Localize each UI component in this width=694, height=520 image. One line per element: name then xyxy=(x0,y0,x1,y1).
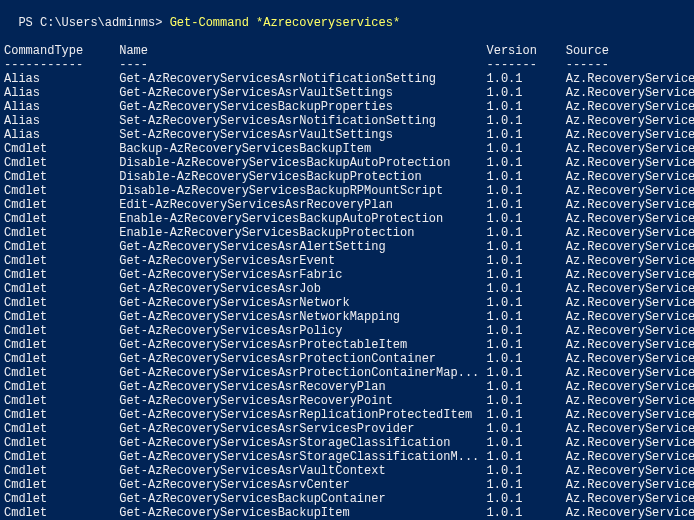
table-row: Alias Set-AzRecoveryServicesAsrVaultSett… xyxy=(4,128,690,142)
table-row: Cmdlet Get-AzRecoveryServicesAsrJob 1.0.… xyxy=(4,282,690,296)
table-row: Cmdlet Get-AzRecoveryServicesAsrPolicy 1… xyxy=(4,324,690,338)
table-row: Cmdlet Get-AzRecoveryServicesAsrvCenter … xyxy=(4,478,690,492)
divider-row: ----------- ---- ------- ------ xyxy=(4,58,690,72)
table-row: Cmdlet Get-AzRecoveryServicesAsrStorageC… xyxy=(4,436,690,450)
table-row: Cmdlet Get-AzRecoveryServicesAsrServices… xyxy=(4,422,690,436)
table-row: Cmdlet Disable-AzRecoveryServicesBackupP… xyxy=(4,170,690,184)
table-row: Cmdlet Get-AzRecoveryServicesBackupItem … xyxy=(4,506,690,520)
command-output: CommandType Name Version Source---------… xyxy=(4,44,690,520)
table-row: Cmdlet Get-AzRecoveryServicesAsrStorageC… xyxy=(4,450,690,464)
table-row: Cmdlet Get-AzRecoveryServicesAsrAlertSet… xyxy=(4,240,690,254)
table-row: Cmdlet Edit-AzRecoveryServicesAsrRecover… xyxy=(4,198,690,212)
table-row: Cmdlet Get-AzRecoveryServicesBackupConta… xyxy=(4,492,690,506)
table-row: Cmdlet Get-AzRecoveryServicesAsrNetworkM… xyxy=(4,310,690,324)
table-row: Cmdlet Disable-AzRecoveryServicesBackupA… xyxy=(4,156,690,170)
table-row: Cmdlet Get-AzRecoveryServicesAsrEvent 1.… xyxy=(4,254,690,268)
table-row: Alias Get-AzRecoveryServicesAsrNotificat… xyxy=(4,72,690,86)
table-row: Cmdlet Backup-AzRecoveryServicesBackupIt… xyxy=(4,142,690,156)
table-row: Cmdlet Get-AzRecoveryServicesAsrProtecti… xyxy=(4,352,690,366)
prompt-line[interactable]: PS C:\Users\adminms> Get-Command *Azreco… xyxy=(4,2,690,30)
table-row: Cmdlet Get-AzRecoveryServicesAsrFabric 1… xyxy=(4,268,690,282)
table-row: Alias Set-AzRecoveryServicesAsrNotificat… xyxy=(4,114,690,128)
table-row: Cmdlet Disable-AzRecoveryServicesBackupR… xyxy=(4,184,690,198)
table-row: Cmdlet Get-AzRecoveryServicesAsrReplicat… xyxy=(4,408,690,422)
table-row: Cmdlet Get-AzRecoveryServicesAsrNetwork … xyxy=(4,296,690,310)
table-row: Alias Get-AzRecoveryServicesBackupProper… xyxy=(4,100,690,114)
prompt-prefix: PS C:\Users\adminms> xyxy=(18,16,169,30)
table-row: Cmdlet Get-AzRecoveryServicesAsrRecovery… xyxy=(4,394,690,408)
table-row: Cmdlet Get-AzRecoveryServicesAsrProtecta… xyxy=(4,338,690,352)
table-row: Cmdlet Get-AzRecoveryServicesAsrRecovery… xyxy=(4,380,690,394)
table-row: Cmdlet Get-AzRecoveryServicesAsrVaultCon… xyxy=(4,464,690,478)
table-row: Cmdlet Get-AzRecoveryServicesAsrProtecti… xyxy=(4,366,690,380)
prompt-command: Get-Command *Azrecoveryservices* xyxy=(170,16,400,30)
table-row: Alias Get-AzRecoveryServicesAsrVaultSett… xyxy=(4,86,690,100)
blank-line xyxy=(4,30,690,44)
table-row: Cmdlet Enable-AzRecoveryServicesBackupAu… xyxy=(4,212,690,226)
table-row: Cmdlet Enable-AzRecoveryServicesBackupPr… xyxy=(4,226,690,240)
header-row: CommandType Name Version Source xyxy=(4,44,690,58)
